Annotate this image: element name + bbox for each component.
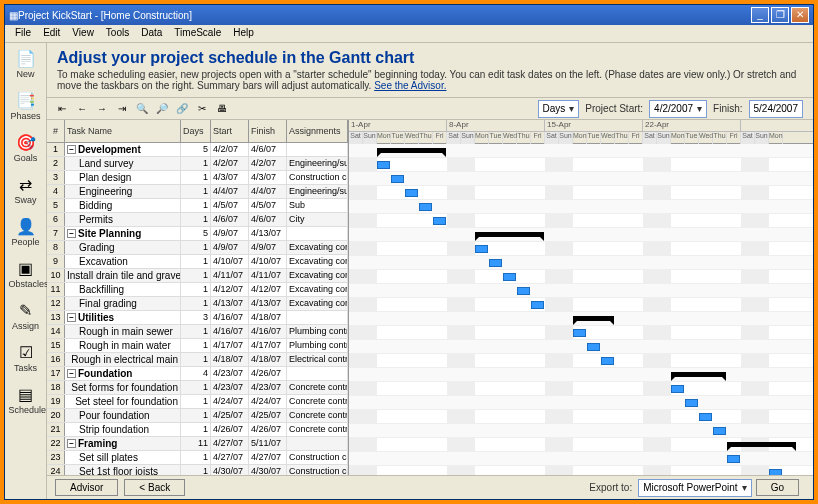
summary-bar <box>727 442 796 447</box>
table-row[interactable]: 2Land survey14/2/074/2/07Engineering/sur… <box>47 157 348 171</box>
table-row[interactable]: 24Set 1st floor joists14/30/074/30/07Con… <box>47 465 348 475</box>
menu-view[interactable]: View <box>66 25 100 42</box>
task-bar[interactable] <box>517 287 530 295</box>
sidebar-tasks[interactable]: ☑Tasks <box>9 341 43 381</box>
task-bar[interactable] <box>685 399 698 407</box>
go-button[interactable]: Go <box>756 479 799 496</box>
table-row[interactable]: 14Rough in main sewer14/16/074/16/07Plum… <box>47 325 348 339</box>
sidebar-people[interactable]: 👤People <box>9 215 43 255</box>
task-bar[interactable] <box>727 455 740 463</box>
gantt-row <box>349 466 813 475</box>
col-days[interactable]: Days <box>181 120 211 142</box>
scale-dropdown[interactable]: Days▾ <box>538 100 580 118</box>
collapse-icon[interactable]: − <box>67 145 76 154</box>
task-bar[interactable] <box>671 385 684 393</box>
footer: Advisor < Back Export to: Microsoft Powe… <box>47 475 813 499</box>
collapse-icon[interactable]: − <box>67 313 76 322</box>
sidebar-sway[interactable]: ⇄Sway <box>9 173 43 213</box>
sidebar-new[interactable]: 📄New <box>9 47 43 87</box>
indent-icon[interactable]: → <box>93 100 111 118</box>
col-start[interactable]: Start <box>211 120 249 142</box>
export-dropdown[interactable]: Microsoft PowerPoint▾ <box>638 479 751 497</box>
task-bar[interactable] <box>713 427 726 435</box>
table-row[interactable]: 4Engineering14/4/074/4/07Engineering/sur… <box>47 185 348 199</box>
task-bar[interactable] <box>769 469 782 475</box>
table-row[interactable]: 22−Framing114/27/075/11/07 <box>47 437 348 451</box>
zoom-out-icon[interactable]: 🔎 <box>153 100 171 118</box>
table-row[interactable]: 23Set sill plates14/27/074/27/07Construc… <box>47 451 348 465</box>
link-icon[interactable]: 🔗 <box>173 100 191 118</box>
task-bar[interactable] <box>391 175 404 183</box>
outdent-left-icon[interactable]: ⇤ <box>53 100 71 118</box>
table-row[interactable]: 9Excavation14/10/074/10/07Excavating con… <box>47 255 348 269</box>
table-row[interactable]: 12Final grading14/13/074/13/07Excavating… <box>47 297 348 311</box>
maximize-button[interactable]: ❐ <box>771 7 789 23</box>
sidebar-assign[interactable]: ✎Assign <box>9 299 43 339</box>
task-bar[interactable] <box>587 343 600 351</box>
table-row[interactable]: 6Permits14/6/074/6/07City <box>47 213 348 227</box>
task-bar[interactable] <box>503 273 516 281</box>
advisor-link[interactable]: See the Advisor. <box>374 80 446 91</box>
menu-tools[interactable]: Tools <box>100 25 135 42</box>
task-bar[interactable] <box>531 301 544 309</box>
task-bar[interactable] <box>433 217 446 225</box>
table-row[interactable]: 18Set forms for foundation14/23/074/23/0… <box>47 381 348 395</box>
menu-file[interactable]: File <box>9 25 37 42</box>
menu-data[interactable]: Data <box>135 25 168 42</box>
table-row[interactable]: 20Pour foundation14/25/074/25/07Concrete… <box>47 409 348 423</box>
sidebar-schedule[interactable]: ▤Schedule <box>9 383 43 423</box>
finish-date[interactable]: 5/24/2007 <box>749 100 804 118</box>
task-bar[interactable] <box>601 357 614 365</box>
col-num[interactable]: # <box>47 120 65 142</box>
collapse-icon[interactable]: − <box>67 369 76 378</box>
task-bar[interactable] <box>489 259 502 267</box>
gantt-row <box>349 424 813 438</box>
table-row[interactable]: 13−Utilities34/16/074/18/07 <box>47 311 348 325</box>
menu-timescale[interactable]: TimeScale <box>168 25 227 42</box>
col-finish[interactable]: Finish <box>249 120 287 142</box>
table-row[interactable]: 17−Foundation44/23/074/26/07 <box>47 367 348 381</box>
close-button[interactable]: ✕ <box>791 7 809 23</box>
print-icon[interactable]: 🖶 <box>213 100 231 118</box>
menu-edit[interactable]: Edit <box>37 25 66 42</box>
task-bar[interactable] <box>573 329 586 337</box>
collapse-icon[interactable]: − <box>67 439 76 448</box>
table-row[interactable]: 8Grading14/9/074/9/07Excavating contract… <box>47 241 348 255</box>
back-button[interactable]: < Back <box>124 479 185 496</box>
indent-right-icon[interactable]: ⇥ <box>113 100 131 118</box>
task-bar[interactable] <box>699 413 712 421</box>
table-row[interactable]: 11Backfilling14/12/074/12/07Excavating c… <box>47 283 348 297</box>
menu-help[interactable]: Help <box>227 25 260 42</box>
col-task[interactable]: Task Name <box>65 120 181 142</box>
gantt-row <box>349 172 813 186</box>
table-row[interactable]: 19Set steel for foundation14/24/074/24/0… <box>47 395 348 409</box>
table-row[interactable]: 3Plan design14/3/074/3/07Construction co… <box>47 171 348 185</box>
table-row[interactable]: 10Install drain tile and gravel14/11/074… <box>47 269 348 283</box>
zoom-in-icon[interactable]: 🔍 <box>133 100 151 118</box>
col-assignments[interactable]: Assignments <box>287 120 348 142</box>
outdent-icon[interactable]: ← <box>73 100 91 118</box>
table-row[interactable]: 16Rough in electrical main14/18/074/18/0… <box>47 353 348 367</box>
task-bar[interactable] <box>475 245 488 253</box>
summary-bar <box>671 372 726 377</box>
cut-icon[interactable]: ✂ <box>193 100 211 118</box>
table-row[interactable]: 7−Site Planning54/9/074/13/07 <box>47 227 348 241</box>
task-bar[interactable] <box>405 189 418 197</box>
task-bar[interactable] <box>377 161 390 169</box>
table-row[interactable]: 15Rough in main water14/17/074/17/07Plum… <box>47 339 348 353</box>
table-row[interactable]: 21Strip foundation14/26/074/26/07Concret… <box>47 423 348 437</box>
page-description: To make scheduling easier, new projects … <box>57 69 803 91</box>
sidebar-obstacles[interactable]: ▣Obstacles <box>9 257 43 297</box>
table-row[interactable]: 5Bidding14/5/074/5/07Sub <box>47 199 348 213</box>
finish-label: Finish: <box>713 103 742 114</box>
collapse-icon[interactable]: − <box>67 229 76 238</box>
menubar: FileEditViewToolsDataTimeScaleHelp <box>5 25 813 43</box>
gantt-row <box>349 284 813 298</box>
sidebar-phases[interactable]: 📑Phases <box>9 89 43 129</box>
project-start-date[interactable]: 4/2/2007▾ <box>649 100 707 118</box>
sidebar-goals[interactable]: 🎯Goals <box>9 131 43 171</box>
task-bar[interactable] <box>419 203 432 211</box>
advisor-button[interactable]: Advisor <box>55 479 118 496</box>
table-row[interactable]: 1−Development54/2/074/6/07 <box>47 143 348 157</box>
minimize-button[interactable]: _ <box>751 7 769 23</box>
